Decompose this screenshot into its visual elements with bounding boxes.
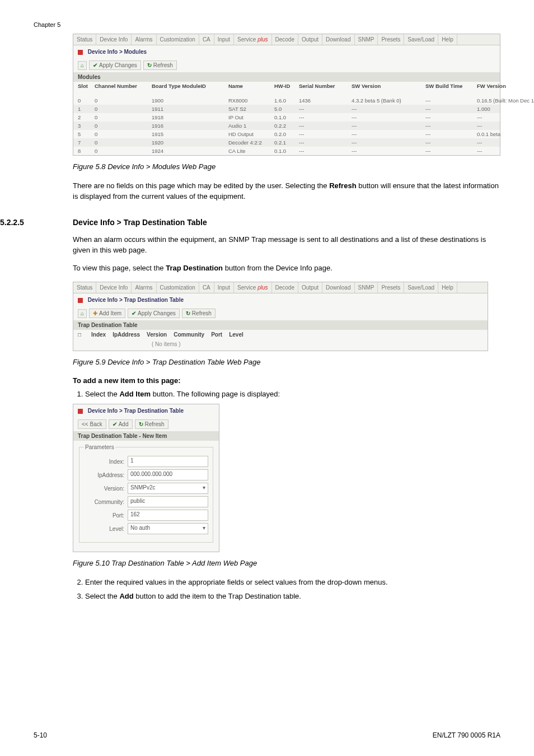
table-row: 301916Audio 10.2.2--------------- — [73, 122, 500, 130]
modules-breadcrumb: Device Info > Modules — [73, 45, 500, 58]
tab-input[interactable]: Input — [214, 282, 234, 293]
table-row: 101911SAT S25.0---------1.000--- — [73, 105, 500, 113]
tab-customization[interactable]: Customization — [157, 34, 199, 45]
refresh-button[interactable]: ↻Refresh — [182, 309, 216, 318]
apply-changes-button[interactable]: ✔Apply Changes — [89, 60, 141, 70]
additem-toolbar: << Back ✔Add ↻Refresh — [73, 417, 219, 431]
community-field[interactable]: public — [128, 496, 208, 507]
refresh-button[interactable]: ↻Refresh — [143, 60, 177, 70]
tab-alarms[interactable]: Alarms — [132, 282, 156, 293]
breadcrumb-bullet-icon — [78, 298, 83, 303]
version-dropdown[interactable]: SNMPv2c — [128, 483, 208, 494]
trap-table-header: Trap Destination Table — [73, 320, 488, 330]
tab-snmp[interactable]: SNMP — [355, 282, 378, 293]
tab-snmp[interactable]: SNMP — [355, 34, 378, 45]
tab-customization[interactable]: Customization — [157, 282, 199, 293]
home-icon[interactable]: ⌂ — [78, 309, 87, 318]
tab-help[interactable]: Help — [438, 282, 457, 293]
step-2: Enter the required values in the appropr… — [85, 577, 500, 587]
add-item-screenshot: Device Info > Trap Destination Table << … — [73, 404, 219, 552]
figure-5-9-caption: Figure 5.9 Device Info > Trap Destinatio… — [73, 358, 500, 366]
breadcrumb-text: Device Info > Modules — [88, 49, 147, 55]
add-item-button[interactable]: ✚Add Item — [89, 309, 125, 318]
tab-alarms[interactable]: Alarms — [132, 34, 156, 45]
trap-breadcrumb: Device Info > Trap Destination Table — [73, 293, 488, 306]
tab-saveload[interactable]: Save/Load — [404, 282, 438, 293]
tab-decode[interactable]: Decode — [272, 282, 298, 293]
section-number-5225: 5.2.2.5 — [0, 218, 73, 227]
tab-output[interactable]: Output — [298, 282, 322, 293]
tab-ca[interactable]: CA — [199, 34, 214, 45]
breadcrumb-text: Device Info > Trap Destination Table — [88, 297, 184, 303]
table-row: 801924CA Lite0.1.0--------------- — [73, 147, 500, 155]
trap-no-items: ( No items ) — [73, 339, 488, 351]
tab-ca[interactable]: CA — [199, 282, 214, 293]
body-para-no-fields: There are no fields on this page which m… — [73, 181, 500, 202]
parameters-fieldset: Parameters Index:1 IpAddress:000.000.000… — [79, 444, 213, 543]
tab-deviceinfo[interactable]: Device Info — [96, 282, 132, 293]
section-title-trap-dest: Device Info > Trap Destination Table — [73, 218, 207, 227]
new-item-header: Trap Destination Table - New Item — [73, 431, 219, 441]
home-icon[interactable]: ⌂ — [78, 61, 87, 70]
table-row: 001900RX80001.6.014364.3.2 beta 5 (Bank … — [73, 96, 500, 105]
breadcrumb-bullet-icon — [78, 409, 83, 414]
tab-presets[interactable]: Presets — [378, 34, 404, 45]
trap-toolbar: ⌂ ✚Add Item ✔Apply Changes ↻Refresh — [73, 306, 488, 320]
ipaddress-field[interactable]: 000.000.000.000 — [128, 469, 208, 480]
tab-presets[interactable]: Presets — [378, 282, 404, 293]
label-ipaddress: IpAddress: — [84, 472, 128, 478]
modules-columns: SlotChannel NumberBoard Type ModuleIDNam… — [73, 82, 500, 96]
tab-help[interactable]: Help — [438, 34, 457, 45]
modules-tabs: StatusDevice InfoAlarmsCustomizationCAIn… — [73, 34, 500, 45]
trap-tabs: StatusDevice InfoAlarmsCustomizationCAIn… — [73, 282, 488, 293]
tab-download[interactable]: Download — [322, 34, 354, 45]
additem-breadcrumb: Device Info > Trap Destination Table — [73, 404, 219, 417]
tab-output[interactable]: Output — [298, 34, 322, 45]
modules-toolbar: ⌂ ✔Apply Changes ↻Refresh — [73, 58, 500, 72]
tab-download[interactable]: Download — [322, 282, 354, 293]
trap-columns: □ Index IpAddress Version Community Port… — [73, 330, 488, 339]
tab-service[interactable]: Service plus — [234, 34, 271, 45]
figure-5-8-caption: Figure 5.8 Device Info > Modules Web Pag… — [73, 162, 500, 171]
parameters-legend: Parameters — [84, 444, 115, 450]
tab-status[interactable]: Status — [73, 34, 96, 45]
label-version: Version: — [84, 486, 128, 492]
label-port: Port: — [84, 512, 128, 519]
index-field[interactable]: 1 — [128, 456, 208, 467]
tab-decode[interactable]: Decode — [272, 34, 298, 45]
table-row: 501915HD Output0.2.0---------0.0.1 beta-… — [73, 130, 500, 138]
tab-status[interactable]: Status — [73, 282, 96, 293]
subheading-add-item: To add a new item to this page: — [73, 376, 500, 385]
tab-service[interactable]: Service plus — [234, 282, 271, 293]
trap-table-screenshot: StatusDevice InfoAlarmsCustomizationCAIn… — [73, 282, 488, 351]
step-1: Select the Add Item button. The followin… — [85, 389, 500, 399]
refresh-button[interactable]: ↻Refresh — [135, 419, 168, 429]
tab-saveload[interactable]: Save/Load — [404, 34, 438, 45]
breadcrumb-text: Device Info > Trap Destination Table — [88, 408, 184, 414]
modules-header: Modules — [73, 72, 500, 82]
add-button[interactable]: ✔Add — [109, 419, 133, 429]
figure-5-10-caption: Figure 5.10 Trap Destination Table > Add… — [73, 559, 500, 567]
step-3: Select the Add button to add the item to… — [85, 591, 500, 601]
label-index: Index: — [84, 459, 128, 465]
table-row: 701920Decoder 4:2:20.2.1--------------- — [73, 138, 500, 147]
apply-changes-button[interactable]: ✔Apply Changes — [128, 309, 180, 318]
body-para-to-view: To view this page, select the Trap Desti… — [73, 263, 500, 274]
back-button[interactable]: << Back — [78, 419, 106, 429]
modules-screenshot: StatusDevice InfoAlarmsCustomizationCAIn… — [73, 34, 500, 156]
port-field[interactable]: 162 — [128, 510, 208, 521]
body-para-alarm: When an alarm occurs within the equipmen… — [73, 235, 500, 256]
label-level: Level: — [84, 526, 128, 532]
modules-rows: 001900RX80001.6.014364.3.2 beta 5 (Bank … — [73, 96, 500, 155]
table-row: 201918IP Out0.1.0--------------- — [73, 113, 500, 122]
breadcrumb-bullet-icon — [78, 50, 83, 55]
chapter-label: Chapter 5 — [34, 21, 60, 28]
tab-deviceinfo[interactable]: Device Info — [96, 34, 132, 45]
tab-input[interactable]: Input — [214, 34, 234, 45]
label-community: Community: — [84, 499, 128, 505]
level-dropdown[interactable]: No auth — [128, 523, 208, 534]
